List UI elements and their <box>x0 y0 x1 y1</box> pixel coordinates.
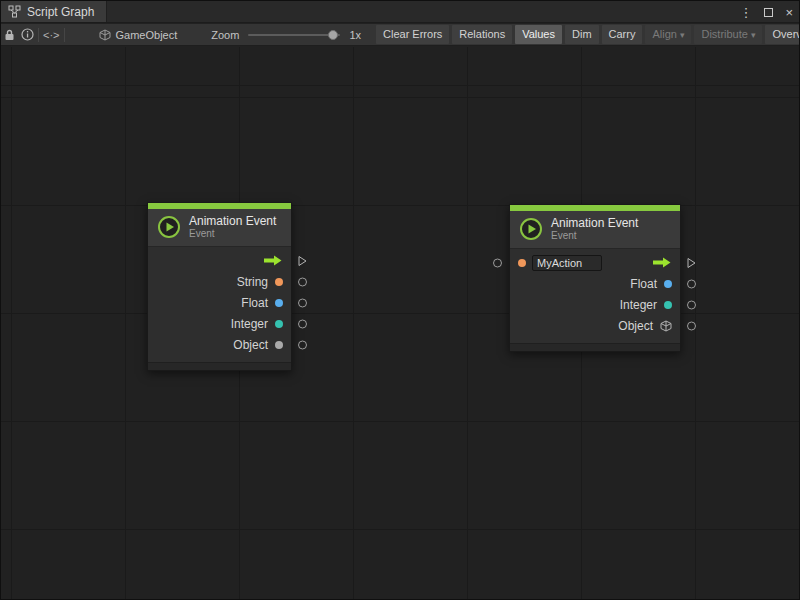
maximize-icon[interactable] <box>764 8 773 17</box>
object-output-port[interactable] <box>687 321 696 330</box>
tab-title: Script Graph <box>27 5 94 19</box>
integer-type-dot <box>664 301 672 309</box>
values-button[interactable]: Values <box>515 25 562 44</box>
tab-script-graph[interactable]: Script Graph <box>1 1 107 22</box>
output-row-float: Float <box>148 292 291 313</box>
chevron-down-icon: ▾ <box>751 30 756 40</box>
float-type-dot <box>275 299 283 307</box>
graph-icon <box>8 5 21 18</box>
string-type-dot <box>275 278 283 286</box>
node-header[interactable]: Animation Event Event <box>148 209 291 247</box>
code-view-icon[interactable]: <·> <box>43 26 60 44</box>
event-play-icon <box>157 215 181 239</box>
zoom-label: Zoom <box>211 29 239 41</box>
node-subtitle: Event <box>189 228 276 240</box>
dim-button[interactable]: Dim <box>565 25 599 44</box>
control-output-row <box>148 250 291 271</box>
port-label: Integer <box>620 298 657 312</box>
output-row-string: String <box>148 271 291 292</box>
port-label: String <box>237 275 268 289</box>
toolbar-divider <box>38 28 39 42</box>
flow-arrow-icon <box>263 255 283 266</box>
carry-button[interactable]: Carry <box>602 25 643 44</box>
zoom-slider-knob[interactable] <box>328 30 338 40</box>
chevron-down-icon: ▾ <box>680 30 685 40</box>
zoom-value: 1x <box>349 29 361 41</box>
port-label: Integer <box>231 317 268 331</box>
port-label: Float <box>630 277 657 291</box>
float-output-port[interactable] <box>687 279 696 288</box>
float-type-dot <box>664 280 672 288</box>
node-title: Animation Event <box>189 214 276 228</box>
zoom-slider[interactable] <box>248 28 340 42</box>
gameobject-label: GameObject <box>116 29 178 41</box>
window-controls: ⋮ × <box>739 1 793 23</box>
graph-canvas[interactable]: Animation Event Event String <box>1 47 799 599</box>
name-input-row: MyAction <box>510 252 680 273</box>
distribute-button[interactable]: Distribute▾ <box>694 25 762 44</box>
object-output-port[interactable] <box>298 340 307 349</box>
integer-output-port[interactable] <box>298 319 307 328</box>
gameobject-icon <box>99 29 111 41</box>
port-label: Object <box>233 338 268 352</box>
node-body: String Float Integer Object <box>148 247 291 357</box>
node-footer <box>148 362 291 370</box>
string-output-port[interactable] <box>298 277 307 286</box>
align-button[interactable]: Align▾ <box>645 25 691 44</box>
overview-button[interactable]: Overv <box>765 25 799 44</box>
control-output-port[interactable] <box>687 257 696 268</box>
control-output-port[interactable] <box>298 255 307 266</box>
close-icon[interactable]: × <box>785 6 793 19</box>
output-row-object: Object <box>148 334 291 355</box>
menu-icon[interactable]: ⋮ <box>739 6 752 19</box>
port-label: Float <box>241 296 268 310</box>
node-animation-event-2[interactable]: Animation Event Event MyAction <box>509 204 681 352</box>
output-row-integer: Integer <box>148 313 291 334</box>
string-type-dot <box>518 259 526 267</box>
relations-button[interactable]: Relations <box>452 25 512 44</box>
output-row-float: Float <box>510 273 680 294</box>
script-graph-window: Script Graph ⋮ × <·> <box>0 0 800 600</box>
gameobject-reference[interactable]: GameObject <box>99 29 178 41</box>
toolbar-divider <box>64 28 65 42</box>
node-footer <box>510 343 680 351</box>
cube-icon <box>660 320 672 332</box>
integer-type-dot <box>275 320 283 328</box>
flow-arrow-icon <box>652 257 672 268</box>
graph-toolbar: <·> GameObject Zoom 1x Clear Errors Rela… <box>1 24 799 46</box>
node-title: Animation Event <box>551 216 638 230</box>
object-type-dot <box>275 341 283 349</box>
port-label: Object <box>618 319 653 333</box>
action-name-input[interactable]: MyAction <box>532 255 602 271</box>
integer-output-port[interactable] <box>687 300 696 309</box>
zoom-control: Zoom 1x <box>211 28 361 42</box>
node-animation-event-1[interactable]: Animation Event Event String <box>147 202 292 371</box>
output-row-integer: Integer <box>510 294 680 315</box>
node-header[interactable]: Animation Event Event <box>510 211 680 249</box>
event-play-icon <box>519 217 543 241</box>
node-body: MyAction Float Integer <box>510 249 680 338</box>
clear-errors-button[interactable]: Clear Errors <box>376 25 449 44</box>
output-row-object: Object <box>510 315 680 336</box>
zoom-slider-track <box>248 34 340 36</box>
lock-icon[interactable] <box>4 26 15 44</box>
info-icon[interactable] <box>21 26 34 44</box>
float-output-port[interactable] <box>298 298 307 307</box>
name-input-port[interactable] <box>493 258 502 267</box>
titlebar: Script Graph ⋮ × <box>1 1 799 23</box>
align-label: Align <box>652 28 676 40</box>
distribute-label: Distribute <box>701 28 747 40</box>
node-subtitle: Event <box>551 230 638 242</box>
